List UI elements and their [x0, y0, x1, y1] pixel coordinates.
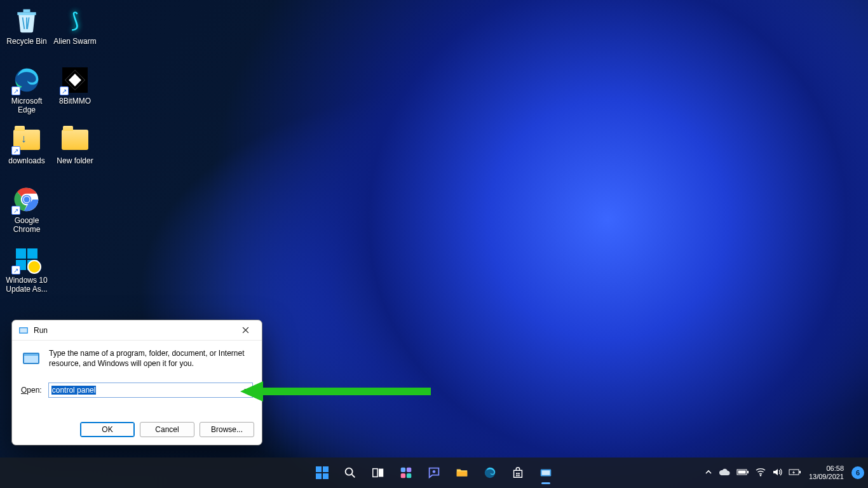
svg-rect-13 — [379, 469, 383, 477]
tray-overflow-button[interactable] — [705, 468, 712, 478]
shortcut-badge-icon: ↗ — [11, 206, 20, 215]
task-view-icon — [371, 466, 385, 480]
open-label: Open: — [21, 386, 42, 395]
store-button[interactable] — [505, 460, 531, 485]
volume-tray-icon[interactable] — [772, 468, 782, 478]
svg-point-11 — [346, 468, 353, 475]
svg-rect-28 — [747, 471, 749, 473]
icon-label: 8BitMMO — [59, 97, 91, 105]
battery-charging-icon — [789, 468, 801, 476]
svg-rect-12 — [373, 469, 377, 477]
svg-rect-19 — [457, 471, 468, 476]
svg-point-18 — [433, 470, 436, 473]
8bitmmo-icon: ↗ — [61, 66, 89, 94]
file-explorer-icon — [455, 466, 469, 480]
svg-point-4 — [24, 196, 29, 202]
annotation-arrow — [240, 380, 431, 403]
svg-rect-26 — [542, 470, 550, 475]
search-button[interactable] — [337, 460, 363, 485]
close-icon — [242, 327, 249, 334]
desktop-icon-new-folder[interactable]: New folder — [51, 123, 99, 180]
folder-downloads-icon: ↗ — [13, 126, 41, 154]
shortcut-badge-icon: ↗ — [11, 266, 20, 274]
power-tray-icon[interactable] — [789, 468, 801, 478]
svg-marker-10 — [240, 381, 431, 402]
icon-label: Recycle Bin — [6, 37, 46, 46]
desktop-icon-recycle-bin[interactable]: Recycle Bin — [3, 4, 51, 61]
clock-time: 06:58 — [809, 464, 844, 473]
recycle-bin-icon — [13, 6, 41, 34]
folder-icon — [61, 126, 89, 154]
desktop-icon-downloads[interactable]: ↗ downloads — [3, 123, 51, 180]
start-button[interactable] — [309, 460, 335, 485]
browse-button[interactable]: Browse... — [200, 422, 254, 437]
taskbar: 06:58 13/09/2021 6 — [0, 458, 868, 488]
icon-label: Microsoft Edge — [4, 97, 50, 114]
run-description: Type the name of a program, folder, docu… — [49, 348, 253, 369]
close-button[interactable] — [231, 322, 259, 339]
windows-update-icon: ↗ — [13, 245, 41, 273]
cancel-button[interactable]: Cancel — [140, 422, 194, 437]
icon-label: New folder — [57, 156, 93, 165]
run-body-icon — [21, 348, 41, 369]
svg-rect-15 — [407, 468, 411, 472]
widgets-button[interactable] — [393, 460, 419, 485]
svg-rect-24 — [518, 475, 519, 476]
cloud-icon — [719, 468, 730, 476]
desktop-icon-win10-update[interactable]: ↗ Windows 10 Update As... — [3, 243, 51, 300]
desktop-icon-ms-edge[interactable]: ↗ Microsoft Edge — [3, 64, 51, 121]
search-icon — [343, 466, 357, 480]
svg-rect-9 — [24, 354, 38, 356]
svg-rect-22 — [518, 473, 519, 474]
desktop[interactable]: Recycle Bin ↗ Microsoft Edge ↗ downloads — [0, 0, 868, 488]
svg-rect-14 — [401, 468, 405, 472]
clock-date: 13/09/2021 — [809, 473, 844, 481]
svg-rect-23 — [516, 475, 517, 476]
run-taskbar-button[interactable] — [533, 460, 559, 485]
shortcut-badge-icon: ↗ — [60, 86, 69, 95]
icon-label: Google Chrome — [4, 216, 50, 234]
svg-rect-6 — [20, 328, 27, 332]
wifi-icon — [756, 468, 766, 477]
store-icon — [511, 466, 525, 480]
svg-rect-21 — [516, 473, 517, 474]
desktop-icon-8bitmmo[interactable]: ↗ 8BitMMO — [51, 64, 99, 121]
chat-button[interactable] — [421, 460, 447, 485]
notification-center-button[interactable]: 6 — [851, 466, 864, 479]
edge-icon: ↗ — [13, 66, 41, 94]
svg-point-30 — [760, 475, 761, 476]
system-tray: 06:58 13/09/2021 6 — [705, 458, 864, 488]
taskbar-clock[interactable]: 06:58 13/09/2021 — [809, 464, 844, 481]
svg-rect-16 — [401, 473, 405, 478]
notification-count: 6 — [856, 469, 860, 477]
open-combobox[interactable]: control panel — [48, 383, 253, 398]
desktop-icon-chrome[interactable]: ↗ Google Chrome — [3, 183, 51, 240]
widgets-icon — [399, 466, 413, 480]
wifi-tray-icon[interactable] — [756, 468, 766, 478]
desktop-icons: Recycle Bin ↗ Microsoft Edge ↗ downloads — [3, 3, 99, 301]
alien-swarm-icon: ⟆ — [61, 6, 89, 34]
ok-button[interactable]: OK — [80, 422, 135, 437]
task-view-button[interactable] — [365, 460, 391, 485]
edge-button[interactable] — [477, 460, 503, 485]
run-app-icon — [18, 325, 29, 336]
shortcut-badge-icon: ↗ — [11, 86, 20, 95]
battery-icon — [736, 468, 749, 476]
run-title-text: Run — [34, 326, 231, 335]
icon-label: Alien Swarm — [53, 37, 96, 46]
start-icon — [316, 466, 329, 479]
icon-label: Windows 10 Update As... — [4, 276, 50, 294]
taskbar-center — [309, 460, 559, 485]
svg-rect-32 — [799, 471, 801, 473]
file-explorer-button[interactable] — [449, 460, 475, 485]
run-titlebar[interactable]: Run — [12, 320, 262, 341]
svg-rect-17 — [407, 473, 411, 478]
desktop-icon-alien-swarm[interactable]: ⟆ Alien Swarm — [51, 4, 99, 61]
edge-icon — [483, 466, 497, 480]
open-value: control panel — [51, 386, 97, 395]
run-dialog: Run Type the name of a program, folder, … — [11, 320, 262, 445]
battery-tray-icon[interactable] — [736, 468, 749, 478]
svg-rect-29 — [738, 471, 745, 474]
onedrive-tray-icon[interactable] — [719, 468, 730, 478]
chrome-icon: ↗ — [13, 186, 41, 214]
